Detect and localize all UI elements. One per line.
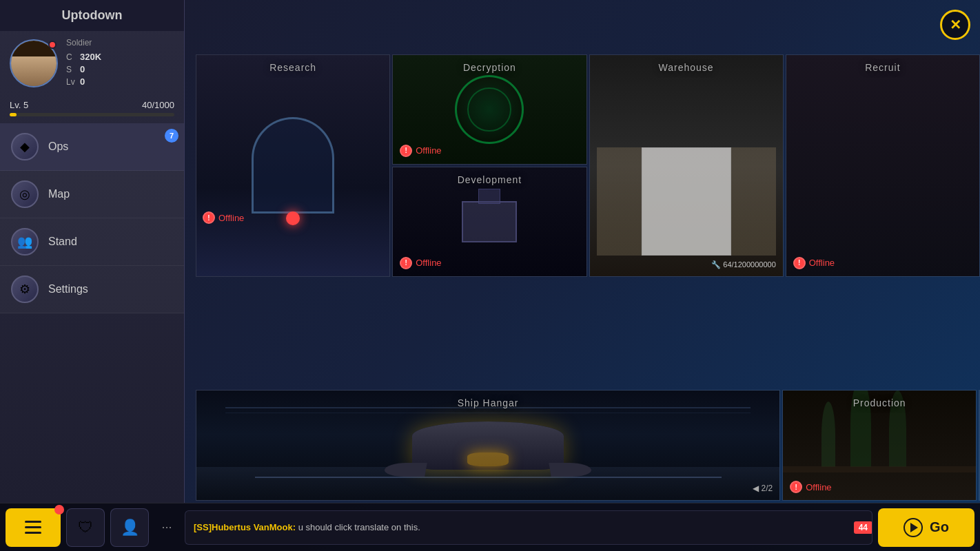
recruit-status-icon: !	[793, 257, 806, 269]
development-status: ! Offline	[400, 257, 441, 269]
gold-value: 0	[80, 64, 85, 74]
token-label: Lv	[66, 77, 76, 87]
go-play-triangle	[910, 523, 918, 532]
production-status-label: Offline	[806, 482, 831, 492]
grid-row-1: Research Decryption ! Offline Dev	[196, 54, 980, 277]
arch-shape	[252, 117, 334, 214]
dev-machine	[462, 201, 517, 242]
grid-row-2: Ship Hangar ◀ 2/2 Production ! Offline	[196, 279, 980, 501]
prod-floor	[783, 466, 976, 473]
chat-message-text: u should click translate on this.	[298, 522, 420, 532]
xp-bar-bg	[10, 113, 174, 116]
map-icon: ◎	[11, 180, 39, 208]
research-status-icon: !	[203, 211, 215, 224]
chat-message: [SS]Hubertus VanMook: u should click tra…	[194, 522, 420, 532]
development-status-label: Offline	[416, 258, 441, 268]
go-label: Go	[930, 519, 949, 535]
stat-row-currency: C 320K	[66, 52, 174, 62]
research-status: ! Offline	[196, 208, 251, 227]
chat-sender: [SS]Hubertus VanMook:	[194, 522, 296, 532]
sidebar: Uptodown Soldier C 320K S 0 Lv 0	[0, 0, 185, 503]
plant-1	[821, 402, 835, 467]
hamburger-line-1	[25, 521, 41, 523]
warehouse-stat-value: 64/1200000000	[723, 260, 775, 269]
hangar-visual	[210, 418, 766, 472]
hamburger-line-2	[25, 526, 41, 528]
xp-display: 40/1000	[142, 100, 174, 110]
map-label: Map	[48, 188, 70, 200]
ship-hangar-stat-value: 2/2	[762, 484, 773, 493]
stat-row-token: Lv 0	[66, 76, 174, 87]
recruit-status: ! Offline	[793, 257, 835, 269]
gold-label: S	[66, 65, 76, 74]
stand-icon: 👥	[11, 228, 39, 256]
hangar-track	[255, 477, 722, 478]
level-bar-section: Lv. 5 40/1000	[0, 96, 184, 123]
research-status-label: Offline	[218, 213, 244, 223]
warehouse-floor	[597, 147, 776, 255]
ship-wing-right	[549, 463, 593, 477]
menu-button[interactable]	[6, 508, 61, 547]
menu-notification-dot	[54, 505, 64, 514]
close-button[interactable]: ✕	[940, 10, 970, 40]
development-status-icon: !	[400, 257, 412, 269]
app-title: Uptodown	[62, 8, 123, 23]
development-cell[interactable]: Development ! Offline	[392, 167, 586, 277]
warehouse-cell[interactable]: Warehouse 🔧 64/1200000000	[589, 54, 784, 277]
ellipsis-button[interactable]: ···	[154, 508, 179, 547]
ops-label: Ops	[48, 141, 68, 153]
warehouse-stat: 🔧 64/1200000000	[711, 260, 775, 269]
chat-bar[interactable]: [SS]Hubertus VanMook: u should click tra…	[185, 510, 872, 545]
ship-icon: ◀	[753, 484, 761, 493]
warehouse-title: Warehouse	[590, 62, 783, 73]
warehouse-visual	[597, 76, 776, 256]
production-status-icon: !	[790, 481, 802, 493]
ship-engine	[467, 453, 509, 466]
stat-row-gold: S 0	[66, 64, 174, 74]
hamburger-line-3	[25, 532, 41, 534]
ship-wing-left	[383, 463, 427, 477]
wh-door	[642, 147, 731, 255]
development-title: Development	[393, 174, 586, 185]
decryption-status-icon: !	[400, 145, 412, 157]
sidebar-item-map[interactable]: ◎ Map	[0, 171, 184, 218]
stand-label: Stand	[48, 236, 77, 248]
recruit-status-label: Offline	[809, 258, 835, 268]
decryption-status-label: Offline	[416, 145, 441, 156]
research-cell[interactable]: Research	[196, 54, 390, 277]
decrypt-ring	[455, 75, 524, 144]
players-button[interactable]: 👤	[110, 508, 149, 547]
decrypt-visual	[400, 76, 579, 143]
sidebar-item-ops[interactable]: ◆ Ops 7	[0, 123, 184, 171]
hangar-ceiling-line2	[225, 413, 751, 413]
decryption-cell[interactable]: Decryption ! Offline	[392, 54, 586, 165]
player-stats: Soldier C 320K S 0 Lv 0	[66, 38, 174, 89]
production-status: ! Offline	[790, 481, 831, 493]
sidebar-item-stand[interactable]: 👥 Stand	[0, 218, 184, 266]
currency-value: 320K	[80, 52, 101, 62]
ops-badge: 7	[165, 129, 178, 143]
production-cell[interactable]: Production ! Offline	[782, 390, 977, 501]
go-play-icon	[904, 518, 923, 537]
go-button[interactable]: Go	[878, 508, 974, 547]
ops-icon: ◆	[11, 133, 39, 160]
ship-body	[412, 422, 564, 470]
dev-visual	[400, 188, 579, 256]
ship-hangar-title: Ship Hangar	[196, 397, 779, 408]
sidebar-item-settings[interactable]: ⚙ Settings	[0, 266, 184, 313]
main-content: Research Decryption ! Offline Dev	[196, 52, 980, 503]
settings-label: Settings	[48, 283, 88, 295]
currency-label: C	[66, 52, 76, 62]
research-visual	[203, 76, 382, 256]
decryption-status: ! Offline	[400, 145, 441, 157]
ship-hangar-cell[interactable]: Ship Hangar ◀ 2/2	[196, 390, 780, 501]
recruit-cell[interactable]: Recruit ! Offline	[786, 54, 980, 277]
token-value: 0	[80, 76, 85, 87]
research-title: Research	[196, 62, 389, 73]
col-2: Decryption ! Offline Development ! Offli…	[392, 54, 586, 277]
chat-badge: 44	[854, 521, 872, 534]
recruit-title: Recruit	[786, 62, 979, 73]
level-text: Lv. 5 40/1000	[10, 100, 174, 110]
shield-button[interactable]: 🛡	[66, 508, 105, 547]
production-title: Production	[783, 397, 976, 408]
